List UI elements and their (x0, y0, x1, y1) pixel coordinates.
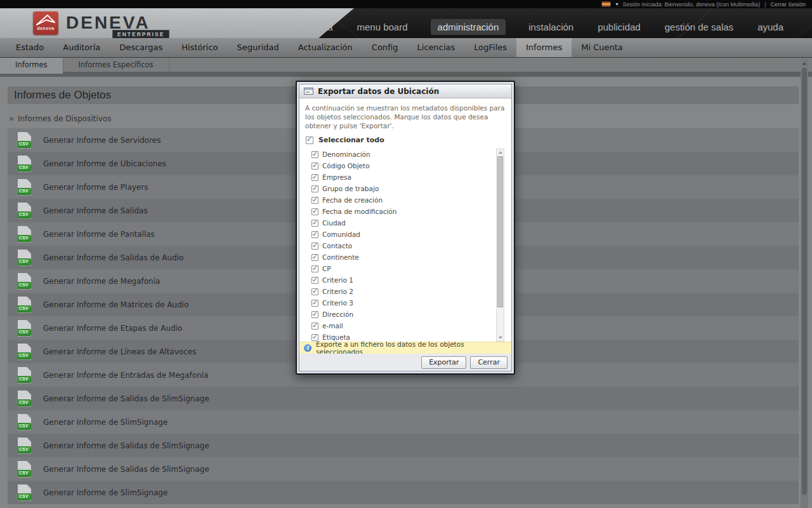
field-checkbox[interactable] (311, 277, 318, 284)
csv-fold-corner (27, 179, 31, 184)
report-label: Generar Informe de Salidas de SlimSignag… (43, 394, 209, 403)
main-nav-item-gesti-n-de-salas[interactable]: gestión de salas (664, 19, 735, 35)
admin-nav-item-auditor-a[interactable]: Auditoría (53, 38, 110, 57)
csv-badge: CSV (16, 164, 31, 171)
field-row-e-mail[interactable]: e-mail (306, 320, 494, 331)
csv-badge: CSV (16, 305, 31, 312)
csv-fold-corner (27, 273, 31, 277)
admin-nav-item-mi-cuenta[interactable]: Mi Cuenta (572, 38, 632, 57)
field-row-comunidad[interactable]: Comunidad (306, 229, 494, 240)
app-header: deneva DENEVA ENTERPRISE homemediamenu b… (0, 8, 812, 38)
form-icon (304, 88, 313, 95)
scrollbar-down-icon[interactable] (497, 335, 504, 341)
select-all-checkbox[interactable] (306, 137, 313, 144)
field-checkbox[interactable] (311, 311, 318, 318)
main-nav-item-media[interactable]: media (306, 19, 334, 35)
admin-nav-item-descargas[interactable]: Descargas (110, 38, 172, 57)
field-row-c-digo-objeto[interactable]: Código Objeto (306, 160, 494, 171)
logout-link[interactable]: Cerrar Sesión (770, 1, 806, 8)
section-link-dispositivos[interactable]: » Informes de Dispositivos (9, 114, 111, 123)
field-row-etiqueta[interactable]: Etiqueta (306, 331, 494, 342)
page-scrollbar[interactable] (801, 60, 808, 508)
field-row-criterio-2[interactable]: Criterio 2 (306, 286, 494, 297)
field-row-fecha-de-modificaci-n[interactable]: Fecha de modificación (306, 206, 494, 217)
csv-fold-corner (27, 344, 31, 348)
report-label: Generar Informe de Matrices de Audio (43, 300, 189, 309)
admin-nav-item-estado[interactable]: Estado (6, 38, 53, 57)
field-row-cp[interactable]: CP (306, 263, 494, 274)
report-row[interactable]: CSV Generar Informe de SlimSignage (8, 410, 799, 434)
field-checkbox[interactable] (311, 197, 318, 204)
main-nav-item-instalaci-n[interactable]: instalación (527, 19, 575, 35)
tab-informes[interactable]: Informes (0, 58, 63, 74)
csv-fold-corner (27, 203, 31, 207)
dialog-list-scrollbar[interactable] (496, 149, 504, 342)
field-row-denominaci-n[interactable]: Denominación (306, 149, 494, 160)
export-dialog-frame: Exportar datos de Ubicación A continuaci… (299, 84, 512, 371)
tab-informes-espec-ficos[interactable]: Informes Específicos (63, 58, 169, 72)
admin-nav-item-seguridad[interactable]: Seguridad (228, 38, 289, 57)
report-row[interactable]: CSV Generar Informe de Salidas de SlimSi… (8, 457, 799, 481)
field-label: Continente (322, 253, 359, 261)
field-checkbox[interactable] (311, 174, 318, 181)
dialog-scrollbar-thumb[interactable] (497, 156, 503, 307)
brand-logo[interactable]: deneva DENEVA ENTERPRISE (33, 10, 150, 37)
field-row-criterio-1[interactable]: Criterio 1 (306, 274, 494, 286)
field-row-criterio-3[interactable]: Criterio 3 (306, 297, 494, 309)
field-checkbox[interactable] (311, 163, 318, 170)
deneva-logo-icon: deneva (33, 11, 58, 35)
dialog-title: Exportar datos de Ubicación (318, 87, 439, 96)
scrollbar-up-icon[interactable] (802, 62, 806, 65)
csv-file-icon: CSV (18, 203, 31, 219)
close-button[interactable]: Cerrar (470, 356, 508, 369)
field-checkbox[interactable] (311, 288, 318, 295)
field-checkbox[interactable] (311, 151, 318, 158)
field-row-grupo-de-trabajo[interactable]: Grupo de trabajo (306, 183, 494, 194)
admin-nav-item-logfiles[interactable]: LogFiles (464, 38, 516, 57)
language-chevron-down-icon[interactable]: ▾ (615, 1, 618, 7)
export-button[interactable]: Exportar (421, 356, 466, 369)
field-checkbox[interactable] (311, 231, 318, 238)
admin-nav-item-hist-rico[interactable]: Histórico (172, 38, 227, 57)
field-checkbox[interactable] (311, 208, 318, 215)
spain-flag-icon[interactable] (601, 1, 611, 7)
csv-fold-corner (27, 156, 31, 160)
admin-nav-item-config[interactable]: Config (362, 38, 408, 57)
csv-badge: CSV (16, 258, 31, 265)
field-row-contacto[interactable]: Contacto (306, 240, 494, 251)
main-nav-item-home[interactable]: home (258, 19, 284, 35)
csv-file-icon: CSV (18, 226, 31, 243)
main-nav-item-publicidad[interactable]: publicidad (596, 19, 642, 35)
field-row-empresa[interactable]: Empresa (306, 171, 494, 183)
dialog-description: A continuación se muestran los metadatos… (305, 104, 506, 130)
field-row-fecha-de-creaci-n[interactable]: Fecha de creación (306, 194, 494, 206)
report-row[interactable]: CSV Generar Informe de Salidas de SlimSi… (8, 387, 799, 410)
info-icon: i (304, 344, 311, 352)
field-checkbox[interactable] (311, 243, 318, 250)
select-all-row[interactable]: Seleccionar todo (306, 136, 506, 144)
field-row-ciudad[interactable]: Ciudad (306, 217, 494, 229)
field-row-continente[interactable]: Continente (306, 251, 494, 263)
field-checkbox[interactable] (311, 220, 318, 227)
field-checkbox[interactable] (311, 254, 318, 261)
dialog-titlebar[interactable]: Exportar datos de Ubicación (299, 84, 511, 98)
admin-nav-item-informes[interactable]: Informes (516, 38, 572, 57)
scrollbar-up-icon[interactable] (497, 149, 504, 156)
field-checkbox[interactable] (311, 323, 318, 330)
main-nav-item-ayuda[interactable]: ayuda (756, 19, 785, 35)
field-checkbox[interactable] (311, 300, 318, 307)
field-checkbox[interactable] (311, 334, 318, 341)
field-checkbox[interactable] (311, 265, 318, 272)
field-checkbox[interactable] (311, 185, 318, 192)
admin-nav-item-actualizaci-n[interactable]: Actualización (289, 38, 362, 57)
report-row[interactable]: CSV Generar Informe de Salidas de SlimSi… (8, 434, 799, 457)
tab-underline (0, 72, 812, 77)
main-nav-item-menu-board[interactable]: menu board (355, 19, 409, 35)
scrollbar-thumb[interactable] (802, 68, 807, 495)
admin-nav-item-licencias[interactable]: Licencias (408, 38, 465, 57)
report-row[interactable]: CSV Generar Informe de SlimSignage (8, 481, 799, 504)
field-row-direcci-n[interactable]: Dirección (306, 309, 494, 320)
session-bar: ▾ Sesión Iniciada: Bienvenido, deneva (I… (0, 0, 812, 8)
main-nav-item-administraci-n[interactable]: administración (431, 19, 506, 35)
field-list-wrap: Denominación Código Objeto Empresa Grupo… (305, 149, 506, 342)
